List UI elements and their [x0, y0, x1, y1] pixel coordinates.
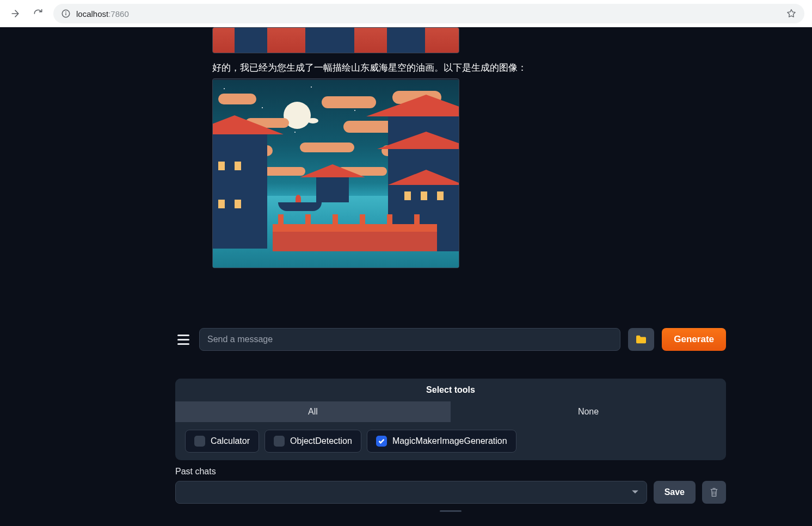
hamburger-icon: [177, 335, 189, 336]
chevron-down-icon: [631, 488, 639, 496]
input-row: Send a message Generate: [175, 328, 726, 351]
url-text: localhost:7860: [76, 9, 129, 18]
tab-none[interactable]: None: [451, 401, 726, 422]
past-chats-row: Save: [175, 481, 726, 504]
app-page: 好的，我已经为您生成了一幅描绘山东威海星空的油画。以下是生成的图像：: [0, 27, 812, 526]
tool-calculator[interactable]: Calculator: [185, 430, 259, 453]
generated-image-1[interactable]: [212, 27, 459, 53]
trash-icon: [709, 487, 719, 498]
tools-panel: Select tools All None Calculator ObjectD…: [175, 379, 726, 460]
star-icon: [786, 8, 797, 19]
generated-image-2[interactable]: [212, 78, 459, 268]
tool-label: ObjectDetection: [290, 436, 352, 446]
assistant-message-text: 好的，我已经为您生成了一幅描绘山东威海星空的油画。以下是生成的图像：: [212, 61, 737, 75]
tool-label: MagicMakerImageGeneration: [392, 436, 507, 446]
arrow-right-icon: [10, 8, 21, 19]
checkbox-icon: [194, 436, 205, 447]
checkbox-checked-icon: [376, 436, 387, 447]
past-chats-select[interactable]: [175, 481, 647, 504]
bookmark-button[interactable]: [786, 8, 797, 19]
address-bar[interactable]: localhost:7860: [53, 4, 804, 23]
tools-tabs: All None: [175, 401, 726, 422]
browser-toolbar: localhost:7860: [0, 0, 812, 27]
folder-icon: [635, 335, 647, 344]
forward-button[interactable]: [8, 6, 23, 21]
chat-area: 好的，我已经为您生成了一幅描绘山东威海星空的油画。以下是生成的图像：: [212, 27, 737, 294]
delete-button[interactable]: [702, 481, 726, 504]
svg-point-2: [65, 11, 66, 13]
tools-header: Select tools: [175, 379, 726, 401]
tool-label: Calculator: [211, 436, 250, 446]
tool-magic-maker-image-generation[interactable]: MagicMakerImageGeneration: [367, 430, 516, 453]
checkbox-icon: [274, 436, 285, 447]
reload-button[interactable]: [30, 6, 46, 21]
upload-button[interactable]: [628, 328, 654, 351]
tools-list: Calculator ObjectDetection MagicMakerIma…: [175, 422, 726, 460]
resize-handle[interactable]: [175, 508, 726, 513]
tab-all[interactable]: All: [175, 401, 451, 422]
site-info-icon[interactable]: [61, 9, 71, 18]
reload-icon: [33, 8, 44, 19]
menu-button[interactable]: [175, 331, 192, 348]
tool-object-detection[interactable]: ObjectDetection: [264, 430, 361, 453]
message-input[interactable]: Send a message: [199, 328, 620, 351]
past-chats-label: Past chats: [175, 467, 216, 477]
generate-button[interactable]: Generate: [662, 328, 726, 351]
save-button[interactable]: Save: [654, 481, 696, 504]
